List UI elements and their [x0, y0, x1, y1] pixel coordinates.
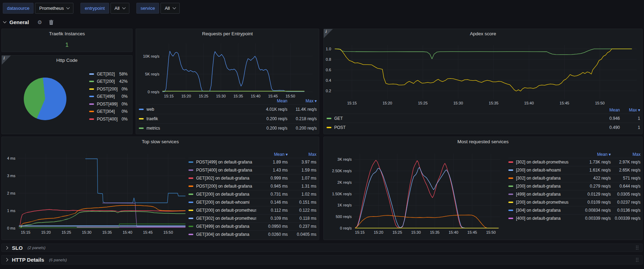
legend-item[interactable]: POST[200]0% — [89, 85, 128, 93]
series-mean-value: 0.146 ms — [256, 200, 288, 205]
panel-title[interactable]: Apdex score — [324, 31, 642, 36]
legend-row[interactable]: POST[400] on default-grafana1.43 ms1.59 … — [188, 166, 316, 174]
series-name[interactable]: GET[304] on default-grafana — [196, 232, 256, 237]
legend-row[interactable]: GET[302] on default-grafana0.999 ms1.07 … — [188, 174, 316, 182]
variable-value-entrypoint[interactable]: All — [110, 3, 129, 14]
variable-value-service[interactable]: All — [160, 3, 179, 14]
series-name[interactable]: POST[200] — [97, 87, 117, 92]
row-slo-title[interactable]: SLO — [12, 245, 23, 251]
series-name[interactable]: POST[499] on default-grafana — [196, 160, 256, 165]
row-slo[interactable]: SLO (2 panels) — [1, 243, 643, 252]
series-name[interactable]: metrics — [146, 126, 256, 131]
series-name[interactable]: POST[400] on default-grafana — [196, 168, 256, 173]
legend-row[interactable]: web4.01K req/s11.4K req/s — [139, 104, 317, 114]
legend-row[interactable]: POST0.4901 — [327, 123, 640, 132]
series-name[interactable]: POST — [334, 125, 578, 130]
legend-row[interactable]: GET[499] on default-grafana0.0950 ms0.23… — [188, 222, 316, 230]
panel-title[interactable]: Http Code — [2, 58, 132, 63]
series-max-value: 1 — [620, 125, 640, 130]
chevron-down-icon[interactable] — [3, 20, 7, 23]
legend-row[interactable]: metrics0.200 req/s0.200 req/s — [139, 123, 317, 133]
http-code-pie-chart[interactable] — [24, 78, 66, 120]
panel-http-code: i Http Code GET[302]58%GET[200]42%POST[2… — [1, 55, 133, 134]
panel-title[interactable]: Traefik Instances — [2, 31, 132, 36]
legend-row[interactable]: GET[302] on default-prometheus0.109 ms0.… — [188, 214, 316, 222]
series-name[interactable]: POST[400] — [97, 117, 117, 122]
legend-row[interactable]: GET[304] on default-grafana0.0260 ms0.04… — [188, 230, 316, 238]
top-slow-services-chart[interactable]: 0 ms1 ms2 ms3 ms4 ms15:1515:2015:2515:30… — [3, 152, 192, 240]
legend-row[interactable]: [400] on default-grafana0.00339 req/s0.0… — [508, 214, 641, 222]
series-name[interactable]: GET[200] on default-grafana — [196, 192, 256, 197]
legend-sort-max[interactable]: Max ▾ — [620, 108, 640, 112]
row-http-details-title[interactable]: HTTP Details — [12, 257, 44, 263]
row-http-details[interactable]: HTTP Details (6 panels) — [1, 255, 643, 264]
series-name[interactable]: [304] on default-grafana — [516, 208, 576, 213]
variable-value-datasource[interactable]: Prometheus — [35, 3, 73, 14]
legend-row[interactable]: [200] on default-grafana0.279 req/s0.644… — [508, 182, 641, 190]
series-name[interactable]: POST[200] on default-grafana — [196, 184, 256, 189]
panel-title[interactable]: Most requested services — [324, 139, 642, 144]
series-name[interactable]: GET[302] on default-grafana — [196, 176, 256, 181]
legend-sort-max[interactable]: Max ▾ — [287, 99, 317, 103]
panel-title[interactable]: Requests per Entrypoint — [136, 31, 319, 36]
row-general-title[interactable]: General — [9, 19, 29, 25]
series-name[interactable]: GET[200] on default-prometheus — [196, 208, 256, 213]
legend-sort-mean[interactable]: Mean ▾ — [576, 152, 611, 157]
series-name[interactable]: [200] on default-grafana — [516, 184, 576, 189]
series-percent: 0% — [122, 109, 128, 114]
apdex-chart[interactable]: 0.20.40.60.81.015:1515:2015:2515:3015:35… — [324, 43, 640, 106]
legend-sort-max[interactable]: Max — [288, 152, 316, 157]
chevron-right-icon[interactable] — [5, 246, 8, 249]
row-drag-handle[interactable] — [636, 245, 639, 250]
most-requested-services-chart[interactable]: 0 req/s500 req/s1K req/s1.50K req/s2K re… — [325, 152, 510, 240]
series-name[interactable]: GET — [334, 116, 578, 121]
legend-row[interactable]: GET[200] on default-prometheus0.112 ms0.… — [188, 206, 316, 214]
series-name[interactable]: [400] on default-grafana — [516, 216, 576, 221]
series-name[interactable]: web — [146, 107, 256, 112]
series-name[interactable]: [200] on default-whoami — [516, 168, 576, 173]
legend-row[interactable]: POST[200] on default-grafana0.945 ms1.31… — [188, 182, 316, 190]
series-name[interactable]: GET[302] on default-prometheus — [196, 216, 256, 221]
legend-row[interactable]: GET[200] on default-grafana0.731 ms1.02 … — [188, 190, 316, 198]
legend-row[interactable]: GET[200] on default-whoami0.146 ms0.151 … — [188, 198, 316, 206]
legend-sort-mean[interactable]: Mean — [578, 108, 620, 112]
series-name[interactable]: POST[499] — [97, 102, 117, 107]
legend-row[interactable]: [499] on default-grafana0.0129 req/s0.03… — [508, 190, 641, 198]
legend-item[interactable]: GET[499]0% — [89, 93, 128, 101]
legend-row[interactable]: [302] on default-grafana422 req/s571 req… — [508, 174, 641, 182]
series-color-marker — [188, 218, 193, 219]
series-name[interactable]: GET[200] — [97, 79, 115, 84]
legend-row[interactable]: [200] on default-whoami1.61K req/s2.65K … — [508, 166, 641, 174]
gear-icon[interactable]: ⚙ — [37, 20, 42, 25]
series-name[interactable]: GET[304] — [97, 109, 115, 114]
legend-row[interactable]: [200] on default-prometheus0.0109 req/s0… — [508, 198, 641, 206]
legend-row[interactable]: GET0.9461 — [327, 114, 640, 123]
series-max-value: 1.02 ms — [288, 192, 316, 197]
legend-sort-max[interactable]: Max — [611, 152, 641, 157]
series-name[interactable]: [200] on default-prometheus — [516, 200, 576, 205]
legend-row[interactable]: traefik0.200 req/s0.218 req/s — [139, 114, 317, 123]
legend-sort-mean[interactable]: Mean — [256, 99, 287, 103]
panel-title[interactable]: Top slow services — [2, 139, 319, 144]
series-name[interactable]: GET[302] — [97, 72, 115, 77]
legend-item[interactable]: POST[499]0% — [89, 100, 128, 108]
series-name[interactable]: GET[499] — [97, 94, 115, 99]
series-name[interactable]: traefik — [146, 116, 256, 121]
chevron-right-icon[interactable] — [5, 258, 8, 262]
trash-icon[interactable] — [49, 20, 53, 25]
row-drag-handle[interactable] — [636, 257, 639, 262]
series-name[interactable]: [302] on default-grafana — [516, 176, 576, 181]
series-name[interactable]: [302] on default-prometheus — [516, 160, 576, 165]
legend-row[interactable]: [302] on default-prometheus1.73K req/s2.… — [508, 158, 641, 166]
legend-row[interactable]: POST[499] on default-grafana1.89 ms3.97 … — [188, 158, 316, 166]
legend-item[interactable]: POST[400]0% — [89, 115, 128, 123]
legend-item[interactable]: GET[304]0% — [89, 108, 128, 116]
legend-item[interactable]: GET[302]58% — [89, 70, 128, 78]
legend-sort-mean[interactable]: Mean ▾ — [256, 152, 288, 157]
requests-per-entrypoint-chart[interactable]: 0 req/s5K req/s10K req/s15:1515:2015:251… — [139, 41, 317, 99]
series-name[interactable]: GET[499] on default-grafana — [196, 224, 256, 229]
series-name[interactable]: [499] on default-grafana — [516, 192, 576, 197]
legend-row[interactable]: [304] on default-grafana0.00834 req/s0.0… — [508, 206, 641, 214]
legend-item[interactable]: GET[200]42% — [89, 78, 128, 86]
series-name[interactable]: GET[200] on default-whoami — [196, 200, 256, 205]
